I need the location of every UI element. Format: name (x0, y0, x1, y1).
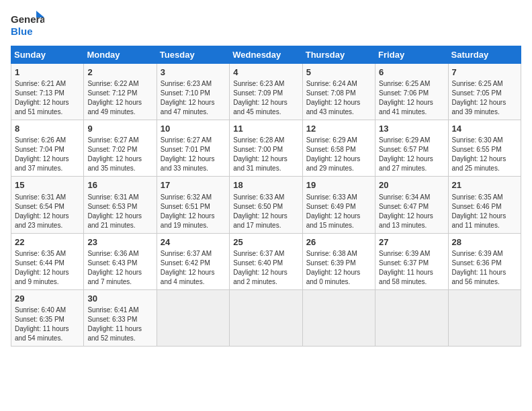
day-info: Sunrise: 6:33 AMSunset: 6:49 PMDaylight:… (306, 193, 371, 230)
day-number: 26 (306, 236, 371, 248)
day-number: 11 (233, 123, 298, 135)
calendar-cell: 5Sunrise: 6:24 AMSunset: 7:08 PMDaylight… (302, 64, 375, 120)
calendar-cell: 27Sunrise: 6:39 AMSunset: 6:37 PMDayligh… (375, 233, 448, 289)
col-header-thursday: Thursday (302, 46, 375, 64)
calendar-cell: 10Sunrise: 6:27 AMSunset: 7:01 PMDayligh… (157, 120, 229, 177)
col-header-saturday: Saturday (448, 46, 521, 64)
day-info: Sunrise: 6:35 AMSunset: 6:44 PMDaylight:… (15, 249, 80, 287)
day-info: Sunrise: 6:31 AMSunset: 6:53 PMDaylight:… (87, 193, 152, 230)
col-header-friday: Friday (375, 46, 448, 64)
day-number: 16 (87, 179, 152, 191)
calendar-cell: 16Sunrise: 6:31 AMSunset: 6:53 PMDayligh… (84, 177, 157, 233)
calendar-cell: 18Sunrise: 6:33 AMSunset: 6:50 PMDayligh… (230, 177, 302, 233)
day-info: Sunrise: 6:34 AMSunset: 6:47 PMDaylight:… (379, 193, 444, 230)
calendar-cell: 9Sunrise: 6:27 AMSunset: 7:02 PMDaylight… (84, 120, 157, 177)
calendar-cell: 4Sunrise: 6:23 AMSunset: 7:09 PMDaylight… (230, 64, 302, 120)
week-row-4: 22Sunrise: 6:35 AMSunset: 6:44 PMDayligh… (11, 233, 521, 289)
day-info: Sunrise: 6:31 AMSunset: 6:54 PMDaylight:… (15, 193, 80, 230)
calendar-table: SundayMondayTuesdayWednesdayThursdayFrid… (11, 46, 521, 347)
day-number: 30 (87, 293, 152, 305)
col-header-monday: Monday (84, 46, 157, 64)
day-number: 22 (15, 236, 80, 248)
day-info: Sunrise: 6:32 AMSunset: 6:51 PMDaylight:… (161, 193, 226, 230)
calendar-cell: 7Sunrise: 6:25 AMSunset: 7:05 PMDaylight… (448, 64, 521, 120)
col-header-wednesday: Wednesday (230, 46, 302, 64)
col-header-tuesday: Tuesday (157, 46, 229, 64)
day-info: Sunrise: 6:36 AMSunset: 6:43 PMDaylight:… (87, 249, 152, 287)
calendar-cell: 1Sunrise: 6:21 AMSunset: 7:13 PMDaylight… (11, 64, 84, 120)
calendar-cell: 26Sunrise: 6:38 AMSunset: 6:39 PMDayligh… (302, 233, 375, 289)
calendar-cell (230, 289, 302, 346)
day-info: Sunrise: 6:38 AMSunset: 6:39 PMDaylight:… (306, 249, 371, 287)
day-number: 6 (379, 66, 444, 79)
day-info: Sunrise: 6:24 AMSunset: 7:08 PMDaylight:… (306, 79, 371, 117)
day-number: 13 (379, 123, 444, 135)
calendar-cell: 14Sunrise: 6:30 AMSunset: 6:55 PMDayligh… (448, 120, 521, 177)
day-info: Sunrise: 6:30 AMSunset: 6:55 PMDaylight:… (452, 136, 517, 173)
week-row-1: 1Sunrise: 6:21 AMSunset: 7:13 PMDaylight… (11, 64, 521, 120)
calendar-cell: 15Sunrise: 6:31 AMSunset: 6:54 PMDayligh… (11, 177, 84, 233)
day-number: 20 (379, 179, 444, 191)
day-number: 19 (306, 179, 371, 191)
day-number: 7 (452, 66, 517, 79)
day-number: 17 (161, 179, 226, 191)
day-number: 21 (452, 179, 517, 191)
calendar-header-row: SundayMondayTuesdayWednesdayThursdayFrid… (11, 46, 521, 64)
day-number: 4 (233, 66, 298, 79)
week-row-2: 8Sunrise: 6:26 AMSunset: 7:04 PMDaylight… (11, 120, 521, 177)
week-row-3: 15Sunrise: 6:31 AMSunset: 6:54 PMDayligh… (11, 177, 521, 233)
logo-svg: GeneralBlue (11, 11, 44, 39)
calendar-cell: 28Sunrise: 6:39 AMSunset: 6:36 PMDayligh… (448, 233, 521, 289)
day-info: Sunrise: 6:35 AMSunset: 6:46 PMDaylight:… (452, 193, 517, 230)
day-info: Sunrise: 6:40 AMSunset: 6:35 PMDaylight:… (15, 306, 80, 343)
day-info: Sunrise: 6:37 AMSunset: 6:42 PMDaylight:… (161, 249, 226, 287)
calendar-cell: 19Sunrise: 6:33 AMSunset: 6:49 PMDayligh… (302, 177, 375, 233)
day-number: 18 (233, 179, 298, 191)
day-number: 8 (15, 123, 80, 135)
day-number: 27 (379, 236, 444, 248)
day-number: 29 (15, 293, 80, 305)
calendar-cell (302, 289, 375, 346)
day-number: 10 (161, 123, 226, 135)
calendar-cell (448, 289, 521, 346)
day-number: 24 (161, 236, 226, 248)
day-number: 23 (87, 236, 152, 248)
calendar-cell (157, 289, 229, 346)
calendar-cell: 17Sunrise: 6:32 AMSunset: 6:51 PMDayligh… (157, 177, 229, 233)
day-number: 15 (15, 179, 80, 191)
day-info: Sunrise: 6:39 AMSunset: 6:36 PMDaylight:… (452, 249, 517, 287)
calendar-cell: 25Sunrise: 6:37 AMSunset: 6:40 PMDayligh… (230, 233, 302, 289)
header: GeneralBlue (11, 11, 521, 39)
day-info: Sunrise: 6:29 AMSunset: 6:58 PMDaylight:… (306, 136, 371, 173)
day-info: Sunrise: 6:25 AMSunset: 7:05 PMDaylight:… (452, 79, 517, 117)
calendar-cell: 6Sunrise: 6:25 AMSunset: 7:06 PMDaylight… (375, 64, 448, 120)
calendar-cell: 20Sunrise: 6:34 AMSunset: 6:47 PMDayligh… (375, 177, 448, 233)
day-number: 2 (87, 66, 152, 79)
day-number: 3 (161, 66, 226, 79)
day-info: Sunrise: 6:28 AMSunset: 7:00 PMDaylight:… (233, 136, 298, 173)
calendar-cell: 12Sunrise: 6:29 AMSunset: 6:58 PMDayligh… (302, 120, 375, 177)
day-info: Sunrise: 6:23 AMSunset: 7:09 PMDaylight:… (233, 79, 298, 117)
day-info: Sunrise: 6:26 AMSunset: 7:04 PMDaylight:… (15, 136, 80, 173)
day-number: 1 (15, 66, 80, 79)
col-header-sunday: Sunday (11, 46, 84, 64)
day-number: 12 (306, 123, 371, 135)
day-number: 5 (306, 66, 371, 79)
day-info: Sunrise: 6:27 AMSunset: 7:02 PMDaylight:… (87, 136, 152, 173)
day-info: Sunrise: 6:27 AMSunset: 7:01 PMDaylight:… (161, 136, 226, 173)
day-info: Sunrise: 6:29 AMSunset: 6:57 PMDaylight:… (379, 136, 444, 173)
calendar-cell: 3Sunrise: 6:23 AMSunset: 7:10 PMDaylight… (157, 64, 229, 120)
day-info: Sunrise: 6:33 AMSunset: 6:50 PMDaylight:… (233, 193, 298, 230)
day-info: Sunrise: 6:39 AMSunset: 6:37 PMDaylight:… (379, 249, 444, 287)
calendar-cell (375, 289, 448, 346)
calendar-cell: 22Sunrise: 6:35 AMSunset: 6:44 PMDayligh… (11, 233, 84, 289)
calendar-cell: 8Sunrise: 6:26 AMSunset: 7:04 PMDaylight… (11, 120, 84, 177)
day-info: Sunrise: 6:21 AMSunset: 7:13 PMDaylight:… (15, 79, 80, 117)
day-number: 25 (233, 236, 298, 248)
calendar-cell: 21Sunrise: 6:35 AMSunset: 6:46 PMDayligh… (448, 177, 521, 233)
week-row-5: 29Sunrise: 6:40 AMSunset: 6:35 PMDayligh… (11, 289, 521, 346)
logo: GeneralBlue (11, 11, 44, 39)
page-container: GeneralBlue SundayMondayTuesdayWednesday… (0, 0, 532, 353)
day-number: 28 (452, 236, 517, 248)
day-info: Sunrise: 6:37 AMSunset: 6:40 PMDaylight:… (233, 249, 298, 287)
